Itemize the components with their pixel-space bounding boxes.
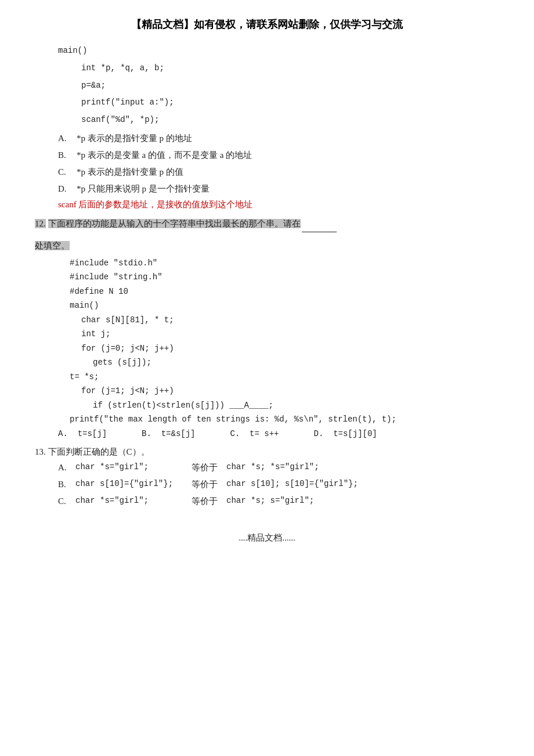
q12-opt-a-text: t=s[j]	[78, 429, 107, 438]
q12-opt-c-text: t= s++	[250, 429, 279, 438]
q12-code-line6: for (j=0; j<N; j++)	[81, 341, 499, 356]
q11-options: A. *p 表示的是指针变量 p 的地址 B. *p 表示的是变量 a 的值，而…	[58, 131, 499, 197]
q13-block: 13. 下面判断正确的是（C）。 A. char *s="girl"; 等价于 …	[35, 444, 499, 509]
q12-code-line9: for (j=1; j<N; j++)	[81, 384, 499, 398]
q11-option-c-label: C.	[58, 164, 77, 180]
q12-code: #include "stdio.h" #include "string.h" #…	[70, 256, 499, 427]
q12-opt-b-label: B.	[142, 429, 151, 438]
q12-description2-row: 处填空。	[35, 238, 499, 254]
q12-opt-a-label: A.	[58, 429, 68, 438]
q12-blank	[302, 216, 337, 232]
q11-code-main: main()	[58, 44, 499, 58]
q11-answer: scanf 后面的参数是地址，是接收的值放到这个地址	[58, 199, 499, 210]
q12-opt-a: A. t=s[j]	[58, 429, 107, 438]
q12-code-line3: main()	[70, 298, 499, 313]
q12-opt-c: C. t= s++	[230, 429, 279, 438]
q13-opt-a-equiv: 等价于	[192, 460, 226, 476]
q11-option-c-text: *p 表示的是指针变量 p 的值	[77, 164, 183, 180]
q12-code-line11: printf("the max length of ten strings is…	[70, 412, 499, 427]
q13-opt-a-label: A.	[58, 460, 75, 476]
q11-code-line4: scanf("%d", *p);	[81, 113, 499, 127]
q12-header-row: 12. 下面程序的功能是从输入的十个字符串中找出最长的那个串。请在	[35, 216, 499, 232]
q13-option-b: B. char s[10]={"girl"}; 等价于 char s[10]; …	[58, 477, 499, 492]
q12-code-line0: #include "stdio.h"	[70, 256, 499, 271]
q13-opt-c-right: char *s; s="girl";	[226, 494, 499, 509]
q11-option-d-label: D.	[58, 181, 77, 197]
q12-description2: 处填空。	[35, 241, 70, 250]
q12-multi-options: A. t=s[j] B. t=&s[j] C. t= s++ D. t=s[j]…	[58, 429, 499, 438]
q12-code-line4: char s[N][81], * t;	[81, 313, 499, 327]
q12-number: 12.	[35, 219, 46, 228]
q12-opt-b-text: t=&s[j]	[161, 429, 196, 438]
q13-description: 下面判断正确的是（C）。	[48, 447, 150, 456]
q11-option-d-text: *p 只能用来说明 p 是一个指针变量	[77, 181, 210, 197]
q12-code-line5: int j;	[81, 327, 499, 341]
q11-option-a: A. *p 表示的是指针变量 p 的地址	[58, 131, 499, 146]
q13-opt-a-left: char *s="girl";	[75, 460, 192, 476]
q13-opt-b-right: char s[10]; s[10]={"girl"};	[226, 477, 499, 492]
q12-code-line1: #include "string.h"	[70, 270, 499, 285]
q12-opt-d: D. t=s[j][0]	[314, 429, 377, 438]
q12-code-line8: t= *s;	[70, 370, 499, 384]
q11-code-line2: p=&a;	[81, 79, 499, 93]
q13-opt-c-left: char *s="girl";	[75, 494, 192, 509]
q12-opt-d-text: t=s[j][0]	[333, 429, 377, 438]
q12-code-line2: #define N 10	[70, 285, 499, 299]
page-header: 【精品文档】如有侵权，请联系网站删除，仅供学习与交流	[35, 17, 499, 31]
q12-opt-c-label: C.	[230, 429, 240, 438]
page-footer: ....精品文档......	[35, 532, 499, 543]
q13-opt-b-equiv: 等价于	[192, 477, 226, 492]
q12-opt-b: B. t=&s[j]	[142, 429, 195, 438]
q11-option-a-label: A.	[58, 131, 77, 146]
q11-option-b-text: *p 表示的是变量 a 的值，而不是变量 a 的地址	[77, 147, 252, 163]
q11-option-a-text: *p 表示的是指针变量 p 的地址	[77, 131, 192, 146]
q11-option-d: D. *p 只能用来说明 p 是一个指针变量	[58, 181, 499, 197]
q13-header: 13. 下面判断正确的是（C）。	[35, 444, 499, 460]
q11-option-b-label: B.	[58, 147, 77, 163]
q12-description: 下面程序的功能是从输入的十个字符串中找出最长的那个串。请在	[48, 219, 301, 228]
q13-opt-a-right: char *s; *s="girl";	[226, 460, 499, 476]
q13-option-c: C. char *s="girl"; 等价于 char *s; s="girl"…	[58, 494, 499, 509]
q12-opt-d-label: D.	[314, 429, 324, 438]
q13-option-a: A. char *s="girl"; 等价于 char *s; *s="girl…	[58, 460, 499, 476]
q13-number: 13.	[35, 447, 46, 456]
q12-code-line10: if (strlen(t)<strlen(s[j])) ___A____;	[93, 398, 499, 413]
q13-opt-b-label: B.	[58, 477, 75, 492]
q12-code-line7: gets (s[j]);	[93, 355, 499, 370]
q13-opt-c-equiv: 等价于	[192, 494, 226, 509]
q13-opt-b-left: char s[10]={"girl"};	[75, 477, 192, 492]
q13-opt-c-label: C.	[58, 494, 75, 509]
q11-option-b: B. *p 表示的是变量 a 的值，而不是变量 a 的地址	[58, 147, 499, 163]
q11-code-line3: printf("input a:");	[81, 96, 499, 110]
q11-option-c: C. *p 表示的是指针变量 p 的值	[58, 164, 499, 180]
q11-code-line1: int *p, *q, a, b;	[81, 62, 499, 75]
